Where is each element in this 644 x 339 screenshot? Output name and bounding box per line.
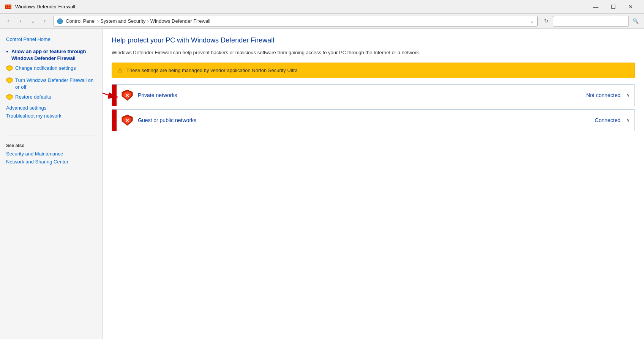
public-network-label: Guest or public networks [138, 113, 589, 128]
svg-text:✕: ✕ [125, 93, 129, 99]
sidebar-item-restore-defaults[interactable]: Restore defaults [0, 92, 102, 104]
back-button[interactable]: ‹ [3, 16, 14, 27]
public-network-chevron: ∨ [627, 118, 635, 123]
sidebar-item-allow-app[interactable]: ● Allow an app or feature through Window… [0, 47, 102, 63]
breadcrumb-firewall[interactable]: Windows Defender Firewall [150, 18, 210, 24]
private-networks-card[interactable]: ✕ Private networks Not connected ∨ [112, 84, 635, 106]
up-button[interactable]: ↑ [39, 16, 50, 27]
sidebar-item-advanced-settings[interactable]: Advanced settings [0, 104, 102, 112]
maximize-button[interactable]: ☐ [605, 0, 622, 14]
search-input[interactable] [553, 16, 629, 27]
close-button[interactable]: ✕ [622, 0, 639, 14]
address-bar[interactable]: Control Panel › System and Security › Wi… [53, 16, 538, 27]
title-bar: Windows Defender Firewall — ☐ ✕ [0, 0, 644, 14]
breadcrumb-sep-2: › [147, 18, 148, 24]
shield-icon-notification [6, 65, 13, 74]
sidebar-item-change-notification[interactable]: Change notification settings [0, 63, 102, 75]
minimize-button[interactable]: — [587, 0, 605, 14]
breadcrumb-sep-1: › [97, 18, 99, 24]
dropdown-button[interactable]: ⌄ [27, 16, 38, 27]
address-icon [57, 18, 63, 25]
public-networks-card[interactable]: ✕ Guest or public networks Connected ∨ [112, 109, 635, 131]
sidebar-link-security-maintenance[interactable]: Security and Maintenance [0, 150, 102, 158]
svg-rect-1 [6, 5, 7, 6]
public-shield-icon: ✕ [120, 113, 134, 127]
private-red-bar [112, 85, 117, 106]
public-red-bar [112, 110, 117, 131]
sidebar-label-turn: Turn Windows Defender Firewall on or off [15, 77, 96, 91]
svg-rect-0 [5, 5, 11, 9]
warning-icon: ⚠ [117, 67, 123, 74]
sidebar-item-troubleshoot[interactable]: Troubleshoot my network [0, 112, 102, 120]
svg-text:✕: ✕ [125, 118, 129, 124]
warning-text: These settings are being managed by vend… [126, 67, 298, 73]
forward-button[interactable]: › [15, 16, 26, 27]
see-also-label: See also [0, 140, 102, 150]
sidebar-label-change-notification: Change notification settings [15, 65, 76, 72]
content-title: Help protect your PC with Windows Defend… [112, 36, 635, 44]
svg-rect-3 [9, 5, 11, 6]
sidebar-home-link[interactable]: Control Panel Home [0, 35, 102, 47]
private-network-chevron: ∨ [627, 93, 635, 98]
shield-icon-restore [6, 94, 13, 102]
address-dropdown-button[interactable]: ⌄ [530, 18, 534, 24]
sidebar-label-allow-app: Allow an app or feature through Windows … [11, 48, 96, 62]
refresh-button[interactable]: ↻ [541, 16, 551, 27]
private-shield-icon: ✕ [120, 88, 134, 102]
window-title: Windows Defender Firewall [15, 4, 75, 9]
window-controls: — ☐ ✕ [587, 0, 639, 14]
private-network-status: Not connected [580, 88, 627, 103]
breadcrumb-system-security[interactable]: System and Security [100, 18, 145, 24]
main-content: Control Panel Home ● Allow an app or fea… [0, 29, 644, 339]
content-description: Windows Defender Firewall can help preve… [112, 49, 635, 56]
search-button[interactable]: 🔍 [630, 16, 641, 27]
sidebar-item-turn-on-off[interactable]: Turn Windows Defender Firewall on or off [0, 75, 102, 92]
svg-rect-6 [9, 7, 11, 8]
title-bar-left: Windows Defender Firewall [5, 3, 75, 11]
public-network-status: Connected [589, 113, 627, 128]
content-panel: Help protect your PC with Windows Defend… [103, 29, 644, 339]
breadcrumb-control-panel[interactable]: Control Panel [66, 18, 96, 24]
svg-rect-2 [8, 5, 9, 6]
private-network-label: Private networks [138, 88, 580, 103]
svg-rect-5 [8, 7, 9, 8]
nav-bar: ‹ › ⌄ ↑ Control Panel › System and Secur… [0, 14, 644, 29]
sidebar-label-restore: Restore defaults [15, 94, 51, 100]
shield-icon-turn [6, 77, 13, 86]
sidebar-link-network-sharing[interactable]: Network and Sharing Center [0, 158, 102, 166]
bullet-icon: ● [6, 49, 8, 54]
app-icon [5, 3, 12, 11]
sidebar: Control Panel Home ● Allow an app or fea… [0, 29, 103, 339]
warning-banner: ⚠ These settings are being managed by ve… [112, 63, 635, 78]
sidebar-divider [6, 135, 96, 135]
see-also-section: See also Security and Maintenance Networ… [0, 135, 102, 166]
svg-rect-4 [6, 7, 7, 8]
